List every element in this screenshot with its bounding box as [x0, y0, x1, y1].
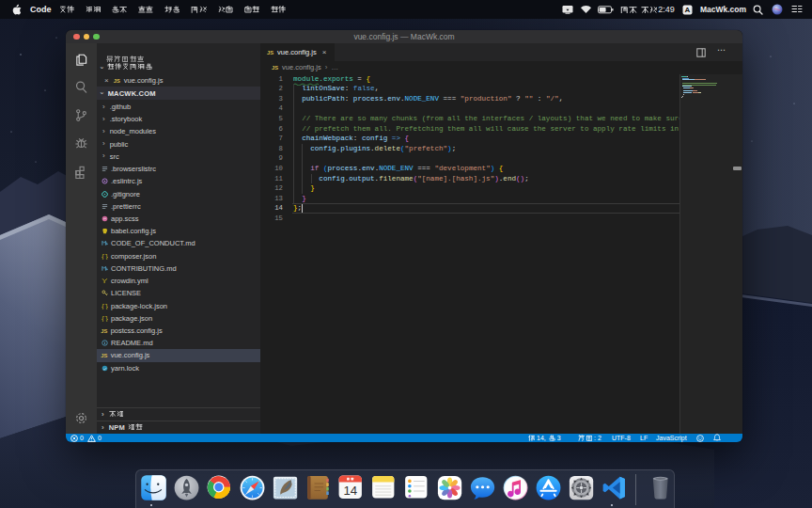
- svg-text:A: A: [684, 6, 690, 14]
- svg-text:{}: {}: [102, 316, 108, 322]
- svg-text:{}: {}: [102, 253, 108, 259]
- svg-text:{}: {}: [102, 303, 108, 309]
- svg-text:14: 14: [343, 484, 357, 498]
